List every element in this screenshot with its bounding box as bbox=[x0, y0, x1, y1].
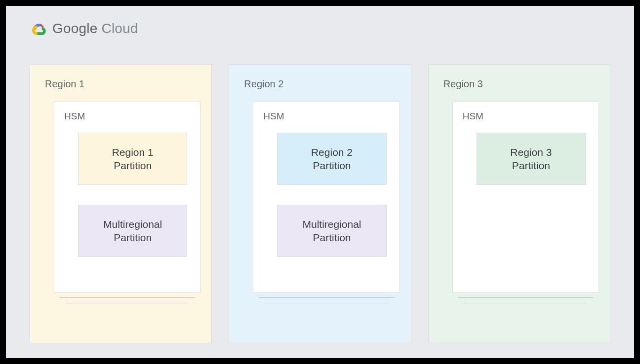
region-title: Region 3 bbox=[443, 78, 595, 90]
region-box-1: Region 1 HSM Region 1Partition Multiregi… bbox=[30, 64, 212, 343]
partition-box: Region 1Partition bbox=[78, 133, 187, 185]
diagram-canvas: Google Cloud Region 1 HSM Region 1Partit… bbox=[6, 6, 634, 358]
hsm-box: HSM Region 1Partition MultiregionalParti… bbox=[54, 102, 200, 293]
hsm-label: HSM bbox=[463, 111, 589, 122]
stack-indicator bbox=[253, 297, 400, 303]
region-title: Region 2 bbox=[244, 78, 396, 90]
partition-label: MultiregionalPartition bbox=[302, 218, 361, 245]
brand-bold: Google bbox=[52, 21, 98, 36]
partition-label: Region 1Partition bbox=[112, 146, 154, 173]
region-box-3: Region 3 HSM Region 3Partition bbox=[428, 64, 610, 343]
hsm-label: HSM bbox=[263, 111, 389, 122]
partition-label: MultiregionalPartition bbox=[103, 218, 162, 245]
partition-box: MultiregionalPartition bbox=[78, 205, 187, 257]
google-cloud-logo-icon bbox=[30, 21, 47, 36]
regions-row: Region 1 HSM Region 1Partition Multiregi… bbox=[30, 64, 610, 343]
partition-label: Region 2Partition bbox=[311, 146, 353, 173]
region-title: Region 1 bbox=[45, 78, 197, 90]
stack-indicator bbox=[452, 297, 599, 303]
brand-text: Google Cloud bbox=[52, 21, 138, 36]
partition-box: Region 3Partition bbox=[477, 133, 586, 185]
brand-light: Cloud bbox=[98, 21, 138, 36]
hsm-label: HSM bbox=[64, 111, 190, 122]
region-box-2: Region 2 HSM Region 2Partition Multiregi… bbox=[229, 64, 411, 343]
stack-indicator bbox=[54, 297, 200, 303]
hsm-box: HSM Region 3Partition bbox=[452, 102, 599, 293]
hsm-box: HSM Region 2Partition MultiregionalParti… bbox=[253, 102, 400, 293]
partition-box: Region 2Partition bbox=[277, 133, 386, 185]
partition-box: MultiregionalPartition bbox=[277, 205, 386, 257]
header: Google Cloud bbox=[30, 21, 138, 36]
partition-label: Region 3Partition bbox=[510, 146, 552, 173]
